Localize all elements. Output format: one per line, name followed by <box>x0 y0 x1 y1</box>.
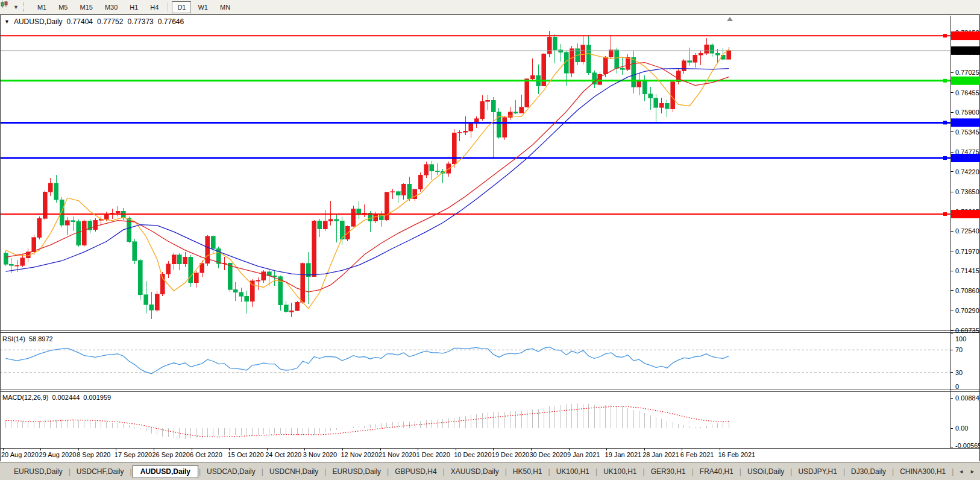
date-label: 19 Jan 2021 <box>605 451 642 458</box>
price-tick-label: 0.69735 <box>955 327 979 334</box>
timeframe-button-h1[interactable]: H1 <box>124 1 143 13</box>
rsi-tick-label: 0 <box>955 383 959 390</box>
date-label: 29 Aug 2020 <box>39 451 77 458</box>
line-handle <box>943 79 947 83</box>
tab-audusd-daily[interactable]: AUDUSD,Daily <box>133 465 198 478</box>
date-label: 21 Nov 2020 <box>378 451 416 458</box>
tab-dj30-daily[interactable]: DJ30,Daily <box>846 465 891 478</box>
timeframe-button-w1[interactable]: W1 <box>192 1 213 13</box>
date-label: 9 Jan 2021 <box>567 451 600 458</box>
line-handle <box>943 34 947 37</box>
tab-hk50-h1[interactable]: HK50,H1 <box>507 465 548 478</box>
macd-tick-label: -0.005651 <box>955 442 980 449</box>
tab-usdjpy-h1[interactable]: USDJPY,H1 <box>793 465 842 478</box>
tab-eurusd-daily[interactable]: EURUSD,Daily <box>327 465 386 478</box>
price-tick-label: 0.73650 <box>955 188 979 195</box>
tabs-row: EURUSD,Daily|USDCHF,Daily|AUDUSD,Daily|U… <box>8 465 980 478</box>
toolbar-grip[interactable] <box>24 2 27 12</box>
tab-scroll-arrows: ◄ ► <box>955 463 980 480</box>
dropdown-caret-icon[interactable]: ▼ <box>13 4 19 10</box>
tab-uk100-h1[interactable]: UK100,H1 <box>551 465 595 478</box>
collapse-icon[interactable]: ▼ <box>4 19 10 25</box>
mt4-window: { "toolbar": { "timeframes": ["M1","M5",… <box>0 0 980 480</box>
date-label: 24 Oct 2020 <box>265 451 301 458</box>
symbol-tabbar: EURUSD,Daily|USDCHF,Daily|AUDUSD,Daily|U… <box>0 462 980 480</box>
tab-usoil-daily[interactable]: USOil,Daily <box>742 465 790 478</box>
timeframe-button-h4[interactable]: H4 <box>145 1 164 13</box>
tab-ger30-h1[interactable]: GER30,H1 <box>645 465 691 478</box>
date-label: 17 Sep 2020 <box>115 451 152 458</box>
line-handle <box>943 212 947 216</box>
tab-uk100-h1[interactable]: UK100,H1 <box>598 465 642 478</box>
date-label: 8 Sep 2020 <box>77 451 110 458</box>
price-label-box[interactable] <box>951 118 980 127</box>
timeframe-button-mn[interactable]: MN <box>215 1 236 13</box>
price-label-box[interactable] <box>951 210 980 218</box>
toolbar: ▼ M1M5M15M30H1H4D1W1MN <box>0 0 980 14</box>
timeframe-button-m15[interactable]: M15 <box>74 1 98 13</box>
price-label-box[interactable] <box>951 77 980 85</box>
macd-tick-label: 0.00 <box>955 425 968 432</box>
date-label: 10 Dec 2020 <box>454 451 491 458</box>
price-tick-label: 0.75345 <box>955 128 979 136</box>
date-label: 6 Oct 2020 <box>190 451 222 458</box>
rsi-tick-label: 100 <box>955 335 966 343</box>
line-handle <box>943 121 947 124</box>
date-label: 15 Oct 2020 <box>228 451 264 458</box>
chart-canvas[interactable]: 0.781500.775950.770250.764550.759000.753… <box>0 0 980 462</box>
date-label: 16 Feb 2021 <box>718 451 755 458</box>
tab-xauusd-daily[interactable]: XAUUSD,Daily <box>445 465 504 478</box>
line-handle <box>943 156 947 160</box>
date-label: 1 Dec 2020 <box>416 451 450 458</box>
price-tick-label: 0.75900 <box>955 109 979 116</box>
timeframe-button-m1[interactable]: M1 <box>32 1 52 13</box>
tab-usdcnh-daily[interactable]: USDCNH,Daily <box>264 465 324 478</box>
date-label: 3 Nov 2020 <box>303 451 337 458</box>
timeframe-button-d1[interactable]: D1 <box>172 1 191 13</box>
date-label: 12 Nov 2020 <box>341 451 378 458</box>
tab-usdchf-daily[interactable]: USDCHF,Daily <box>71 465 130 478</box>
macd-tick-label: 0.00884 <box>955 394 979 402</box>
price-tick-label: 0.72540 <box>955 227 979 235</box>
price-label-box[interactable] <box>951 46 980 55</box>
price-tick-label: 0.70860 <box>955 287 979 294</box>
tab-gbpusd-h4[interactable]: GBPUSD,H4 <box>389 465 442 478</box>
chart-type-icon[interactable] <box>2 2 13 12</box>
date-label: 28 Jan 2021 <box>642 451 679 458</box>
timeframe-button-m30[interactable]: M30 <box>99 1 123 13</box>
date-label: 19 Dec 2020 <box>492 451 529 458</box>
price-tick-label: 0.70290 <box>955 307 979 314</box>
date-label: 6 Feb 2021 <box>680 451 714 458</box>
timeframe-buttons: M1M5M15M30H1H4D1W1MN <box>31 1 236 13</box>
price-label-box[interactable] <box>951 154 980 162</box>
tab-scroll-right-icon[interactable]: ► <box>970 469 975 475</box>
price-tick-label: 0.71415 <box>955 267 979 274</box>
tab-eurusd-daily[interactable]: EURUSD,Daily <box>8 465 68 478</box>
price-tick-label: 0.77025 <box>955 69 979 76</box>
date-label: 20 Aug 2020 <box>1 451 39 458</box>
tab-china300-h1[interactable]: CHINA300,H1 <box>894 465 951 478</box>
toolbar-separator <box>168 2 168 11</box>
tab-usdcad-daily[interactable]: USDCAD,Daily <box>201 465 261 478</box>
price-tick-label: 0.76455 <box>955 89 979 96</box>
date-label: 26 Sep 2020 <box>152 451 189 458</box>
price-tick-label: 0.74220 <box>955 168 979 175</box>
tab-scroll-left-icon[interactable]: ◄ <box>958 469 964 475</box>
rsi-tick-label: 30 <box>955 369 963 376</box>
tab-fra40-h1[interactable]: FRA40,H1 <box>694 465 739 478</box>
rsi-tick-label: 70 <box>955 346 963 353</box>
price-tick-label: 0.71970 <box>955 248 979 255</box>
timeframe-button-m5[interactable]: M5 <box>53 1 73 13</box>
date-label: 30 Dec 2020 <box>529 451 567 458</box>
price-label-box[interactable] <box>951 31 980 40</box>
